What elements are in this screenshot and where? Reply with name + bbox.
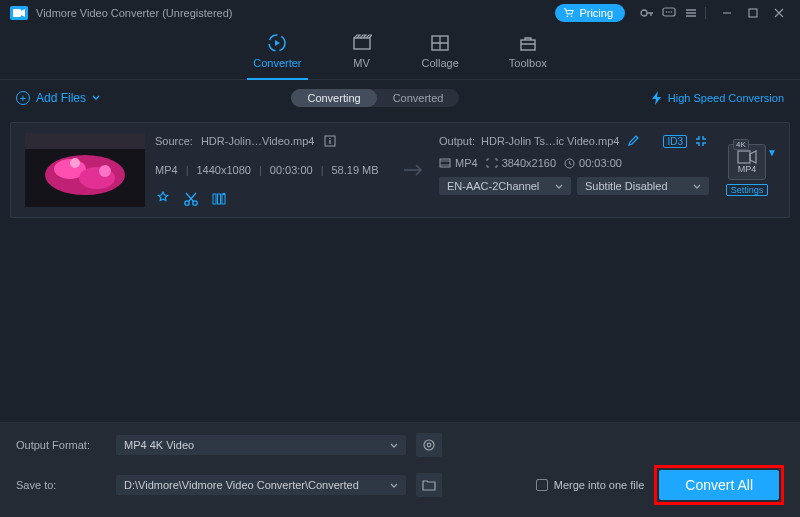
bottom-bar: Output Format: MP4 4K Video Save to: D:\…: [0, 422, 800, 517]
output-prefix: Output:: [439, 135, 475, 147]
subtitle-select[interactable]: Subtitle Disabled: [577, 177, 709, 195]
feedback-icon[interactable]: [661, 5, 677, 21]
svg-point-26: [223, 193, 225, 195]
format-settings-icon[interactable]: [416, 433, 442, 457]
tab-mv[interactable]: MV: [352, 33, 372, 73]
clock-icon: [564, 158, 575, 169]
video-thumbnail[interactable]: [25, 133, 145, 207]
source-prefix: Source:: [155, 135, 193, 147]
output-resolution: 3840x2160: [502, 157, 556, 169]
svg-point-17: [70, 158, 80, 168]
main-tabs: Converter MV Collage Toolbox: [0, 26, 800, 80]
audio-track-value: EN-AAC-2Channel: [447, 180, 539, 192]
arrow-right-icon: [399, 133, 429, 207]
chevron-down-icon: [693, 184, 701, 189]
add-files-button[interactable]: + Add Files: [16, 91, 100, 105]
high-speed-label: High Speed Conversion: [668, 92, 784, 104]
close-button[interactable]: [768, 5, 790, 21]
svg-point-6: [668, 11, 670, 13]
trim-icon[interactable]: [183, 191, 199, 207]
source-column: Source: HDR-Jolin…Video.mp4 MP4| 1440x10…: [155, 133, 389, 207]
format-ext: MP4: [738, 164, 757, 174]
convert-highlight: Convert All: [654, 465, 784, 505]
tab-converter[interactable]: Converter: [253, 33, 301, 73]
convert-all-button[interactable]: Convert All: [659, 470, 779, 500]
save-to-select[interactable]: D:\Vidmore\Vidmore Video Converter\Conve…: [116, 475, 406, 495]
enhance-icon[interactable]: [211, 191, 227, 207]
audio-track-select[interactable]: EN-AAC-2Channel: [439, 177, 571, 195]
merge-label: Merge into one file: [554, 479, 645, 491]
source-size: 58.19 MB: [331, 164, 378, 176]
plus-circle-icon: +: [16, 91, 30, 105]
svg-point-5: [666, 11, 668, 13]
subtab-converted[interactable]: Converted: [377, 89, 460, 107]
svg-rect-12: [521, 40, 535, 50]
output-format: MP4: [455, 157, 478, 169]
pricing-button[interactable]: Pricing: [555, 4, 625, 22]
id3-button[interactable]: ID3: [663, 135, 687, 148]
subtab-converting[interactable]: Converting: [291, 89, 376, 107]
output-format-label: Output Format:: [16, 439, 106, 451]
svg-point-18: [99, 165, 111, 177]
svg-rect-0: [13, 9, 21, 17]
menu-icon[interactable]: [683, 5, 699, 21]
minimize-button[interactable]: [716, 5, 738, 21]
maximize-button[interactable]: [742, 5, 764, 21]
collage-icon: [430, 33, 450, 53]
svg-rect-29: [738, 151, 750, 163]
toolbar: + Add Files Converting Converted High Sp…: [0, 80, 800, 116]
svg-rect-8: [749, 9, 757, 17]
app-logo: [10, 6, 28, 20]
source-duration: 00:03:00: [270, 164, 313, 176]
converter-icon: [267, 33, 287, 53]
output-format-box[interactable]: 4K MP4: [728, 144, 766, 180]
resolution-icon: [486, 158, 498, 168]
checkbox-icon: [536, 479, 548, 491]
output-column: Output: HDR-Jolin Ts…ic Video.mp4 ID3 MP…: [439, 133, 709, 207]
register-key-icon[interactable]: [639, 5, 655, 21]
pricing-label: Pricing: [579, 7, 613, 19]
open-folder-button[interactable]: [416, 473, 442, 497]
bolt-icon: [651, 91, 663, 105]
high-speed-conversion-button[interactable]: High Speed Conversion: [651, 91, 784, 105]
badge-4k: 4K: [733, 139, 749, 150]
app-title: Vidmore Video Converter (Unregistered): [36, 7, 232, 19]
svg-rect-19: [25, 133, 145, 149]
svg-rect-27: [440, 159, 450, 167]
titlebar: Vidmore Video Converter (Unregistered) P…: [0, 0, 800, 26]
source-info-icon[interactable]: [322, 133, 338, 149]
chevron-down-icon: [92, 95, 100, 101]
subtitle-value: Subtitle Disabled: [585, 180, 668, 192]
format-dropdown-caret[interactable]: ▼: [767, 147, 777, 158]
tab-toolbox-label: Toolbox: [509, 57, 547, 69]
save-to-label: Save to:: [16, 479, 106, 491]
svg-point-7: [671, 11, 673, 13]
format-settings-button[interactable]: Settings: [726, 184, 769, 196]
add-files-label: Add Files: [36, 91, 86, 105]
video-file-icon: [737, 150, 757, 164]
chevron-down-icon: [390, 443, 398, 448]
tab-collage[interactable]: Collage: [422, 33, 459, 73]
format-column: 4K MP4 ▼ Settings: [719, 133, 775, 207]
output-format-value: MP4 4K Video: [124, 439, 194, 451]
merge-checkbox[interactable]: Merge into one file: [536, 479, 645, 491]
toolbox-icon: [518, 33, 538, 53]
compress-icon[interactable]: [693, 133, 709, 149]
file-item: Source: HDR-Jolin…Video.mp4 MP4| 1440x10…: [10, 122, 790, 218]
svg-point-3: [641, 10, 647, 16]
output-duration: 00:03:00: [579, 157, 622, 169]
source-format: MP4: [155, 164, 178, 176]
rename-icon[interactable]: [625, 133, 641, 149]
tab-collage-label: Collage: [422, 57, 459, 69]
tab-toolbox[interactable]: Toolbox: [509, 33, 547, 73]
output-format-select[interactable]: MP4 4K Video: [116, 435, 406, 455]
svg-rect-24: [218, 194, 221, 204]
svg-point-2: [571, 16, 573, 18]
svg-rect-10: [354, 38, 370, 49]
edit-effects-icon[interactable]: [155, 191, 171, 207]
mv-icon: [352, 33, 372, 53]
cart-icon: [563, 8, 575, 18]
tab-mv-label: MV: [353, 57, 370, 69]
output-filename: HDR-Jolin Ts…ic Video.mp4: [481, 135, 619, 147]
source-filename: HDR-Jolin…Video.mp4: [201, 135, 315, 147]
